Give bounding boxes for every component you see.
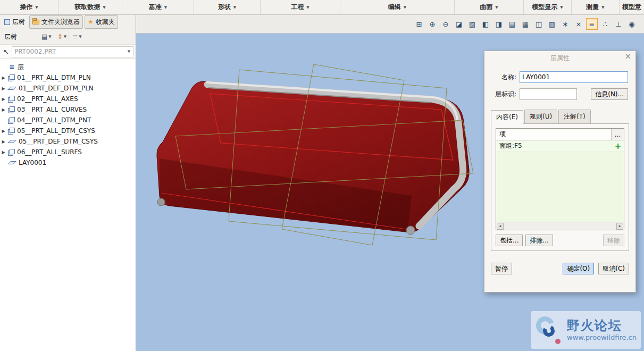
tree-item[interactable]: ▶ 06__PRT_ALL_SURFS <box>0 147 136 157</box>
section-icon[interactable]: ◨ <box>493 18 505 30</box>
tab-folder-browser[interactable]: 文件夹浏览器 <box>29 15 83 29</box>
zoom-window-icon[interactable]: ⊞ <box>413 18 425 30</box>
ribbon-tab-engineering[interactable]: 工程▼ <box>261 0 340 14</box>
point-display-icon[interactable]: ∴ <box>599 18 611 30</box>
ribbon-tab-model-display[interactable]: 模型显示▼ <box>524 0 572 14</box>
tree-item[interactable]: ▶ 01__PRT_ALL_DTM_PLN <box>0 72 136 83</box>
chevron-down-icon: ▼ <box>35 5 38 10</box>
expand-arrow-icon[interactable]: ▶ <box>1 129 6 133</box>
name-field[interactable] <box>520 71 628 83</box>
include-button[interactable]: 包括... <box>496 235 523 246</box>
zoom-in-icon[interactable]: ⊕ <box>426 18 438 30</box>
tree-item-label: LAY0001 <box>19 159 46 166</box>
chevron-down-icon[interactable]: ▼ <box>125 49 133 54</box>
sort-filter-button[interactable]: ↕▼ <box>55 32 69 41</box>
display-options-button[interactable]: ▤▼ <box>39 32 54 41</box>
tree-item[interactable]: LAY0001 <box>0 157 136 168</box>
list-view-button[interactable]: ≡▼ <box>70 32 83 41</box>
ribbon-tab-shape[interactable]: 形状▼ <box>194 0 261 14</box>
model-name-input[interactable] <box>12 48 125 55</box>
tab-layer-tree[interactable]: 层树 <box>2 16 28 28</box>
dialog-title: 层属性 <box>550 54 570 63</box>
chevron-down-icon: ▼ <box>495 5 498 10</box>
model-foot <box>406 226 415 235</box>
horizontal-scrollbar[interactable]: ◂ ▸ <box>496 222 624 230</box>
pause-button[interactable]: 暂停 <box>491 263 512 274</box>
remove-button: 移除 <box>603 235 624 246</box>
csys-display-icon[interactable]: ⊥ <box>613 18 624 30</box>
exclude-button[interactable]: 排除... <box>525 235 553 246</box>
expand-arrow-icon[interactable]: ▶ <box>1 150 6 155</box>
expand-arrow-icon[interactable]: ▶ <box>1 97 6 102</box>
default-layer-icon <box>7 161 16 164</box>
tree-item[interactable]: ▶ 02__PRT_ALL_AXES <box>0 94 136 104</box>
close-icon[interactable]: × <box>624 53 631 61</box>
scroll-right-icon[interactable]: ▸ <box>616 223 623 230</box>
tree-item[interactable]: ▶ 05__PRT_DEF_DTM_CSYS <box>0 136 136 147</box>
spin-center-icon[interactable]: ◉ <box>626 18 638 30</box>
tree-item[interactable]: ▶ 05__PRT_ALL_DTM_CSYS <box>0 126 136 136</box>
axis-display-icon[interactable]: × <box>573 18 584 30</box>
tree-item[interactable]: 04__PRT_ALL_DTM_PNT <box>0 115 136 126</box>
more-options-button[interactable]: ... <box>611 129 624 140</box>
layer-icon <box>8 96 15 103</box>
cancel-button[interactable]: 取消(C) <box>598 263 629 274</box>
list-empty-area <box>496 152 624 222</box>
ribbon-tab-datum[interactable]: 基准▼ <box>122 0 194 14</box>
zoom-out-icon[interactable]: ⊖ <box>440 18 451 30</box>
model-selector[interactable]: ▼ <box>12 46 133 57</box>
datum-plane-display-icon[interactable]: ∗ <box>559 18 571 30</box>
tab-label: 收藏夹 <box>96 18 115 27</box>
info-button[interactable]: 信息(N)... <box>591 88 628 100</box>
saved-views-icon[interactable]: ▤ <box>506 18 518 30</box>
chevron-down-icon: ▼ <box>48 35 51 39</box>
layer-tree-tab-icon <box>4 19 10 25</box>
tab-favorites[interactable]: ★收藏夹 <box>85 15 118 29</box>
layer-properties-dialog: 层属性 × 名称: 层标识: 信息(N)... 内容(E) 规则(U) 注解(T… <box>484 51 636 292</box>
ribbon-tab-label: 曲面 <box>480 3 492 12</box>
chevron-down-icon: ▼ <box>306 5 309 10</box>
refit-icon[interactable]: ◪ <box>453 18 465 30</box>
tab-contents[interactable]: 内容(E) <box>491 110 523 124</box>
perspective-icon[interactable]: ▥ <box>546 18 558 30</box>
scroll-left-icon[interactable]: ◂ <box>497 223 504 230</box>
repaint-icon[interactable]: ▨ <box>466 18 478 30</box>
sort-filter-icon: ↕ <box>57 33 63 40</box>
tree-item[interactable]: ▶ 01__PRT_DEF_DTM_PLN <box>0 83 136 94</box>
ribbon-tab-operations[interactable]: 操作▼ <box>0 0 58 14</box>
layer-tool-icon[interactable]: ≡ <box>586 18 598 30</box>
tree-item-label: 04__PRT_ALL_DTM_PNT <box>17 116 91 124</box>
default-layer-icon <box>7 140 16 143</box>
layer-icon <box>8 74 15 81</box>
ok-button[interactable]: 确定(O) <box>563 263 594 274</box>
graphics-toolbar: ⊞ ⊕ ⊖ ◪ ▨ ◧ ◨ ▤ ▦ ◫ ▥ ∗ × ≡ ∴ ⊥ ◉ <box>136 15 644 34</box>
tab-label: 层树 <box>12 18 25 27</box>
view-manager-icon[interactable]: ◫ <box>533 18 545 30</box>
ribbon-tab-model-intent[interactable]: 模型意 <box>620 0 644 14</box>
ribbon-tab-measure[interactable]: 测量▼ <box>572 0 620 14</box>
layer-tree-title: 层树 <box>4 32 17 41</box>
ribbon-tab-get-data[interactable]: 获取数据▼ <box>58 0 122 14</box>
list-item[interactable]: 面组:F5 + <box>496 140 624 152</box>
tree-item[interactable]: ▶ 03__PRT_ALL_CURVES <box>0 104 136 115</box>
expand-arrow-icon[interactable]: ▶ <box>1 107 6 112</box>
ribbon-tab-label: 形状 <box>218 3 231 12</box>
image-capture-icon[interactable]: ▦ <box>520 18 531 30</box>
display-style-icon[interactable]: ◧ <box>480 18 491 30</box>
expand-arrow-icon[interactable]: ▶ <box>1 86 6 91</box>
dialog-titlebar[interactable]: 层属性 × <box>484 51 635 65</box>
tab-rules[interactable]: 规则(U) <box>524 110 557 123</box>
layer-id-field[interactable] <box>520 88 577 100</box>
name-label: 名称: <box>492 73 516 82</box>
expand-arrow-icon[interactable]: ▶ <box>1 139 6 144</box>
add-item-icon[interactable]: + <box>612 141 624 151</box>
tree-root[interactable]: ≡ 层 <box>0 62 136 72</box>
tree-item-label: 01__PRT_ALL_DTM_PLN <box>17 74 91 81</box>
ribbon-tab-surface[interactable]: 曲面▼ <box>455 0 524 14</box>
expand-arrow-icon[interactable]: ▶ <box>1 76 6 80</box>
forum-watermark: 野火论坛 www.proewildfire.cn <box>531 311 641 349</box>
tab-notes[interactable]: 注解(T) <box>558 110 591 123</box>
dialog-tab-bar: 内容(E) 规则(U) 注解(T) <box>491 110 629 123</box>
ribbon-tab-edit[interactable]: 编辑▼ <box>340 0 455 14</box>
ribbon-tab-label: 操作 <box>20 3 32 12</box>
